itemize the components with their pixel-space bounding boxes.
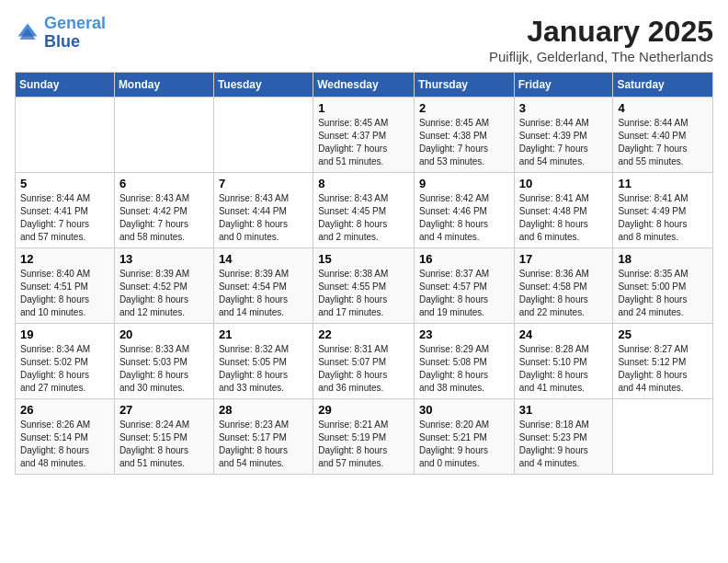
calendar-day-cell: 20Sunrise: 8:33 AM Sunset: 5:03 PM Dayli…: [114, 324, 213, 399]
day-info: Sunrise: 8:45 AM Sunset: 4:38 PM Dayligh…: [419, 117, 509, 168]
day-number: 30: [419, 403, 509, 417]
calendar-day-cell: 31Sunrise: 8:18 AM Sunset: 5:23 PM Dayli…: [514, 399, 613, 475]
day-info: Sunrise: 8:18 AM Sunset: 5:23 PM Dayligh…: [519, 419, 609, 470]
calendar-week-row: 26Sunrise: 8:26 AM Sunset: 5:14 PM Dayli…: [16, 399, 713, 475]
calendar-day-cell: 4Sunrise: 8:44 AM Sunset: 4:40 PM Daylig…: [613, 98, 713, 173]
calendar-day-cell: 7Sunrise: 8:43 AM Sunset: 4:44 PM Daylig…: [213, 173, 313, 248]
weekday-header-cell: Wednesday: [313, 73, 415, 98]
calendar-day-cell: 14Sunrise: 8:39 AM Sunset: 4:54 PM Dayli…: [213, 248, 313, 324]
logo-text: GeneralBlue: [44, 15, 106, 52]
weekday-header-row: SundayMondayTuesdayWednesdayThursdayFrid…: [16, 73, 713, 98]
day-info: Sunrise: 8:37 AM Sunset: 4:57 PM Dayligh…: [419, 268, 509, 319]
day-number: 16: [419, 252, 509, 266]
calendar-subtitle: Puiflijk, Gelderland, The Netherlands: [489, 49, 713, 64]
calendar-day-cell: 29Sunrise: 8:21 AM Sunset: 5:19 PM Dayli…: [313, 399, 415, 475]
calendar-day-cell: 3Sunrise: 8:44 AM Sunset: 4:39 PM Daylig…: [514, 98, 613, 173]
day-number: 11: [618, 177, 708, 190]
day-info: Sunrise: 8:24 AM Sunset: 5:15 PM Dayligh…: [119, 419, 209, 470]
day-number: 29: [318, 403, 409, 417]
calendar-day-cell: 2Sunrise: 8:45 AM Sunset: 4:38 PM Daylig…: [414, 98, 514, 173]
day-info: Sunrise: 8:44 AM Sunset: 4:40 PM Dayligh…: [618, 117, 708, 168]
day-info: Sunrise: 8:20 AM Sunset: 5:21 PM Dayligh…: [419, 419, 509, 470]
day-number: 2: [419, 101, 509, 115]
day-info: Sunrise: 8:21 AM Sunset: 5:19 PM Dayligh…: [318, 419, 409, 470]
day-info: Sunrise: 8:45 AM Sunset: 4:37 PM Dayligh…: [318, 117, 409, 168]
day-info: Sunrise: 8:32 AM Sunset: 5:05 PM Dayligh…: [219, 343, 308, 395]
day-number: 10: [519, 177, 609, 190]
calendar-day-cell: 19Sunrise: 8:34 AM Sunset: 5:02 PM Dayli…: [16, 324, 115, 399]
calendar-day-cell: 17Sunrise: 8:36 AM Sunset: 4:58 PM Dayli…: [514, 248, 613, 324]
calendar-day-cell: 5Sunrise: 8:44 AM Sunset: 4:41 PM Daylig…: [16, 173, 115, 248]
day-info: Sunrise: 8:41 AM Sunset: 4:49 PM Dayligh…: [618, 192, 708, 244]
day-info: Sunrise: 8:40 AM Sunset: 4:51 PM Dayligh…: [20, 268, 109, 319]
calendar-day-cell: 23Sunrise: 8:29 AM Sunset: 5:08 PM Dayli…: [414, 324, 514, 399]
day-number: 8: [318, 177, 409, 190]
day-info: Sunrise: 8:26 AM Sunset: 5:14 PM Dayligh…: [20, 419, 109, 470]
calendar-day-cell: 11Sunrise: 8:41 AM Sunset: 4:49 PM Dayli…: [613, 173, 713, 248]
weekday-header-cell: Saturday: [613, 73, 713, 98]
day-number: 1: [318, 101, 409, 115]
calendar-day-cell: 8Sunrise: 8:43 AM Sunset: 4:45 PM Daylig…: [313, 173, 415, 248]
day-info: Sunrise: 8:23 AM Sunset: 5:17 PM Dayligh…: [219, 419, 308, 470]
calendar-day-cell: [114, 98, 213, 173]
day-info: Sunrise: 8:36 AM Sunset: 4:58 PM Dayligh…: [519, 268, 609, 319]
calendar-day-cell: 25Sunrise: 8:27 AM Sunset: 5:12 PM Dayli…: [613, 324, 713, 399]
calendar-day-cell: 13Sunrise: 8:39 AM Sunset: 4:52 PM Dayli…: [114, 248, 213, 324]
day-number: 6: [119, 177, 209, 190]
calendar-day-cell: 27Sunrise: 8:24 AM Sunset: 5:15 PM Dayli…: [114, 399, 213, 475]
calendar-day-cell: 22Sunrise: 8:31 AM Sunset: 5:07 PM Dayli…: [313, 324, 415, 399]
title-section: January 2025 Puiflijk, Gelderland, The N…: [489, 15, 713, 64]
calendar-week-row: 1Sunrise: 8:45 AM Sunset: 4:37 PM Daylig…: [16, 98, 713, 173]
day-info: Sunrise: 8:41 AM Sunset: 4:48 PM Dayligh…: [519, 192, 609, 244]
day-number: 26: [20, 403, 109, 417]
day-number: 28: [219, 403, 308, 417]
day-info: Sunrise: 8:33 AM Sunset: 5:03 PM Dayligh…: [119, 343, 209, 395]
day-number: 31: [519, 403, 609, 417]
calendar-day-cell: 9Sunrise: 8:42 AM Sunset: 4:46 PM Daylig…: [414, 173, 514, 248]
day-number: 14: [219, 252, 308, 266]
day-info: Sunrise: 8:28 AM Sunset: 5:10 PM Dayligh…: [519, 343, 609, 395]
day-info: Sunrise: 8:29 AM Sunset: 5:08 PM Dayligh…: [419, 343, 509, 395]
day-number: 22: [318, 327, 409, 341]
page-header: GeneralBlue January 2025 Puiflijk, Gelde…: [15, 15, 713, 64]
weekday-header-cell: Monday: [114, 73, 213, 98]
day-info: Sunrise: 8:44 AM Sunset: 4:41 PM Dayligh…: [20, 192, 109, 244]
day-number: 5: [20, 177, 109, 190]
day-info: Sunrise: 8:42 AM Sunset: 4:46 PM Dayligh…: [419, 192, 509, 244]
day-info: Sunrise: 8:31 AM Sunset: 5:07 PM Dayligh…: [318, 343, 409, 395]
weekday-header-cell: Friday: [514, 73, 613, 98]
weekday-header-cell: Thursday: [414, 73, 514, 98]
weekday-header-cell: Tuesday: [213, 73, 313, 98]
day-info: Sunrise: 8:43 AM Sunset: 4:44 PM Dayligh…: [219, 192, 308, 244]
day-number: 13: [119, 252, 209, 266]
calendar-day-cell: 15Sunrise: 8:38 AM Sunset: 4:55 PM Dayli…: [313, 248, 415, 324]
calendar-week-row: 12Sunrise: 8:40 AM Sunset: 4:51 PM Dayli…: [16, 248, 713, 324]
day-number: 12: [20, 252, 109, 266]
day-info: Sunrise: 8:27 AM Sunset: 5:12 PM Dayligh…: [618, 343, 708, 395]
day-number: 3: [519, 101, 609, 115]
day-number: 20: [119, 327, 209, 341]
calendar-day-cell: 6Sunrise: 8:43 AM Sunset: 4:42 PM Daylig…: [114, 173, 213, 248]
calendar-day-cell: 21Sunrise: 8:32 AM Sunset: 5:05 PM Dayli…: [213, 324, 313, 399]
calendar-day-cell: 1Sunrise: 8:45 AM Sunset: 4:37 PM Daylig…: [313, 98, 415, 173]
calendar-title: January 2025: [489, 15, 713, 49]
calendar-day-cell: 16Sunrise: 8:37 AM Sunset: 4:57 PM Dayli…: [414, 248, 514, 324]
calendar-day-cell: 28Sunrise: 8:23 AM Sunset: 5:17 PM Dayli…: [213, 399, 313, 475]
calendar-day-cell: 10Sunrise: 8:41 AM Sunset: 4:48 PM Dayli…: [514, 173, 613, 248]
day-info: Sunrise: 8:44 AM Sunset: 4:39 PM Dayligh…: [519, 117, 609, 168]
day-info: Sunrise: 8:39 AM Sunset: 4:54 PM Dayligh…: [219, 268, 308, 319]
day-number: 25: [618, 327, 708, 341]
calendar-day-cell: [213, 98, 313, 173]
calendar-day-cell: 30Sunrise: 8:20 AM Sunset: 5:21 PM Dayli…: [414, 399, 514, 475]
day-number: 18: [618, 252, 708, 266]
day-number: 27: [119, 403, 209, 417]
calendar-week-row: 19Sunrise: 8:34 AM Sunset: 5:02 PM Dayli…: [16, 324, 713, 399]
day-number: 19: [20, 327, 109, 341]
day-info: Sunrise: 8:35 AM Sunset: 5:00 PM Dayligh…: [618, 268, 708, 319]
day-number: 24: [519, 327, 609, 341]
day-info: Sunrise: 8:43 AM Sunset: 4:42 PM Dayligh…: [119, 192, 209, 244]
calendar-day-cell: [16, 98, 115, 173]
calendar-day-cell: 24Sunrise: 8:28 AM Sunset: 5:10 PM Dayli…: [514, 324, 613, 399]
day-number: 23: [419, 327, 509, 341]
day-number: 9: [419, 177, 509, 190]
